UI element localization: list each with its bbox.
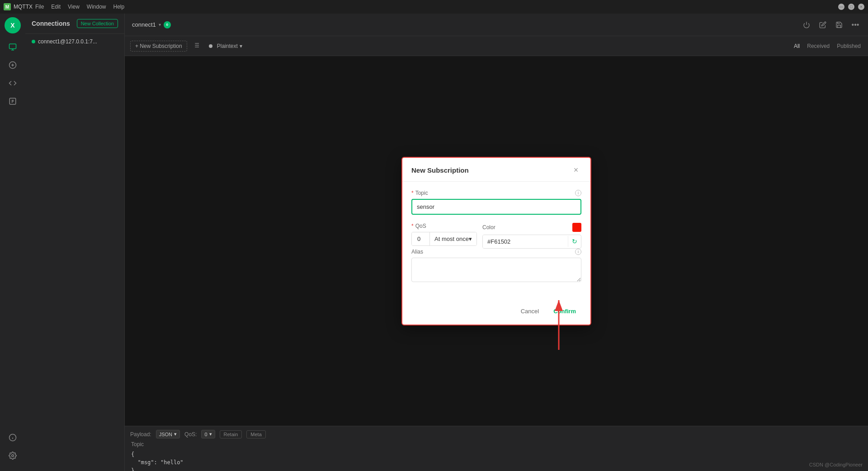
modal-title: New Subscription	[411, 166, 469, 174]
sidebar-item-connections[interactable]	[5, 39, 21, 55]
watermark: CSDN @CodingPioneer	[809, 462, 863, 467]
content-bar: + New Subscription Plaintext ▾ All Recei…	[125, 36, 868, 56]
message-area: New Subscription × * Topic i	[125, 56, 868, 426]
save-icon[interactable]	[834, 19, 844, 30]
color-input[interactable]	[483, 235, 568, 248]
sidebar-item-info[interactable]	[5, 429, 21, 446]
sidebar-bottom	[5, 429, 21, 467]
plaintext-chevron-icon: ▾	[240, 43, 242, 49]
modal-body: * Topic i * QoS	[402, 182, 590, 300]
qos-input-wrapper: 0 At most once ▾	[411, 232, 477, 246]
connections-header: Connections New Collection	[25, 14, 124, 34]
topic-toolbar-label: Topic	[130, 441, 144, 447]
plaintext-button[interactable]: Plaintext ▾	[214, 42, 245, 50]
new-subscription-button[interactable]: + New Subscription	[130, 41, 187, 52]
main-content: connect1 ▾ 0 ••• + New Subscription	[125, 14, 868, 471]
color-group: Color ↻	[482, 223, 581, 249]
qos-option-label: At most once	[434, 236, 469, 242]
payload-chevron-icon: ▾	[174, 431, 177, 437]
confirm-button[interactable]: Confirm	[548, 305, 581, 317]
window-controls: — □ ×	[838, 4, 864, 10]
color-label-text: Color	[482, 224, 495, 231]
alias-label: Alias i	[411, 249, 581, 255]
qos-chevron-icon: ▾	[469, 236, 472, 242]
power-icon[interactable]	[801, 19, 812, 30]
qos-toolbar-value: 0	[204, 432, 207, 437]
cancel-button[interactable]: Cancel	[515, 305, 544, 317]
qos-label-text: QoS	[415, 223, 426, 229]
connections-panel: Connections New Collection connect1@127.…	[25, 14, 125, 471]
toolbar-controls-row: Payload: JSON ▾ QoS: 0 ▾ Retain Meta	[130, 430, 863, 438]
retain-button[interactable]: Retain	[220, 430, 242, 438]
payload-format-label: JSON	[159, 432, 172, 437]
modal-footer: Cancel Confirm	[402, 300, 590, 325]
sidebar-item-settings[interactable]	[5, 447, 21, 464]
alias-textarea[interactable]	[411, 258, 581, 282]
qos-toolbar-select[interactable]: 0 ▾	[201, 430, 215, 438]
payload-format-select[interactable]: JSON ▾	[156, 430, 180, 438]
topic-required-star: *	[411, 190, 414, 196]
alias-label-text: Alias	[411, 249, 423, 255]
svg-rect-0	[9, 44, 16, 49]
tab-all[interactable]: All	[792, 41, 802, 51]
new-collection-button[interactable]: New Collection	[77, 19, 118, 28]
color-refresh-button[interactable]: ↻	[568, 236, 581, 247]
tab-published[interactable]: Published	[835, 41, 863, 51]
more-icon[interactable]: •••	[850, 19, 861, 30]
topic-input[interactable]	[411, 199, 581, 215]
minimize-button[interactable]: —	[838, 4, 844, 10]
menu-window[interactable]: Window	[87, 4, 106, 10]
filter-icon[interactable]	[193, 42, 200, 50]
connection-tab-name: connect1	[132, 21, 156, 28]
color-swatch-preview[interactable]	[572, 223, 581, 232]
qos-toolbar-chevron-icon: ▾	[209, 431, 212, 437]
top-bar-actions: •••	[801, 19, 861, 30]
qos-toolbar-label: QoS:	[184, 431, 197, 438]
svg-point-13	[12, 455, 14, 457]
close-button[interactable]: ×	[858, 4, 864, 10]
qos-label: * QoS	[411, 223, 477, 229]
menu-help[interactable]: Help	[113, 4, 125, 10]
modal-header: New Subscription ×	[402, 158, 590, 182]
sidebar-item-code[interactable]	[5, 75, 21, 91]
qos-number: 0	[412, 232, 430, 245]
connection-tab: connect1 ▾ 0	[132, 21, 171, 28]
sidebar-icons: X	[0, 14, 25, 471]
menu-view[interactable]: View	[68, 4, 80, 10]
maximize-button[interactable]: □	[848, 4, 854, 10]
color-label: Color	[482, 223, 581, 232]
chevron-down-icon[interactable]: ▾	[159, 22, 161, 27]
plaintext-label: Plaintext	[217, 43, 238, 49]
meta-button[interactable]: Meta	[246, 430, 265, 438]
qos-color-row: * QoS 0 At most once ▾	[411, 223, 581, 249]
topic-info-icon[interactable]: i	[575, 190, 581, 196]
message-tabs: All Received Published	[792, 41, 863, 51]
topic-group: * Topic i	[411, 190, 581, 215]
qos-select[interactable]: At most once ▾	[430, 232, 476, 245]
menu-edit[interactable]: Edit	[51, 4, 61, 10]
payload-label: Payload:	[130, 431, 151, 438]
menu-file[interactable]: File	[35, 4, 44, 10]
new-subscription-modal: New Subscription × * Topic i	[401, 157, 591, 325]
menu-bar: File Edit View Window Help	[35, 4, 124, 10]
topic-row: Topic	[130, 441, 863, 447]
new-subscription-label: + New Subscription	[135, 43, 182, 49]
title-bar-left: M MQTTX File Edit View Window Help	[4, 3, 124, 10]
connection-status-badge: 0	[164, 21, 171, 28]
top-bar: connect1 ▾ 0 •••	[125, 14, 868, 36]
connection-name: connect1@127.0.0.1:7...	[38, 38, 97, 45]
app-icon: M	[4, 3, 11, 10]
color-input-wrapper: ↻	[482, 235, 581, 249]
app-logo: X	[5, 17, 21, 33]
modal-overlay: New Subscription × * Topic i	[125, 56, 868, 426]
tab-received[interactable]: Received	[805, 41, 831, 51]
connection-item[interactable]: connect1@127.0.0.1:7...	[25, 34, 124, 49]
sidebar-item-log[interactable]	[5, 93, 21, 109]
alias-info-icon[interactable]: i	[575, 249, 581, 255]
topic-label-text: Topic	[415, 190, 428, 196]
sidebar-item-add[interactable]	[5, 57, 21, 73]
modal-close-button[interactable]: ×	[571, 165, 581, 176]
bottom-toolbar: Payload: JSON ▾ QoS: 0 ▾ Retain Meta Top…	[125, 426, 868, 471]
edit-icon[interactable]	[817, 19, 828, 30]
code-row: { "msg": "hello"}	[130, 450, 863, 471]
